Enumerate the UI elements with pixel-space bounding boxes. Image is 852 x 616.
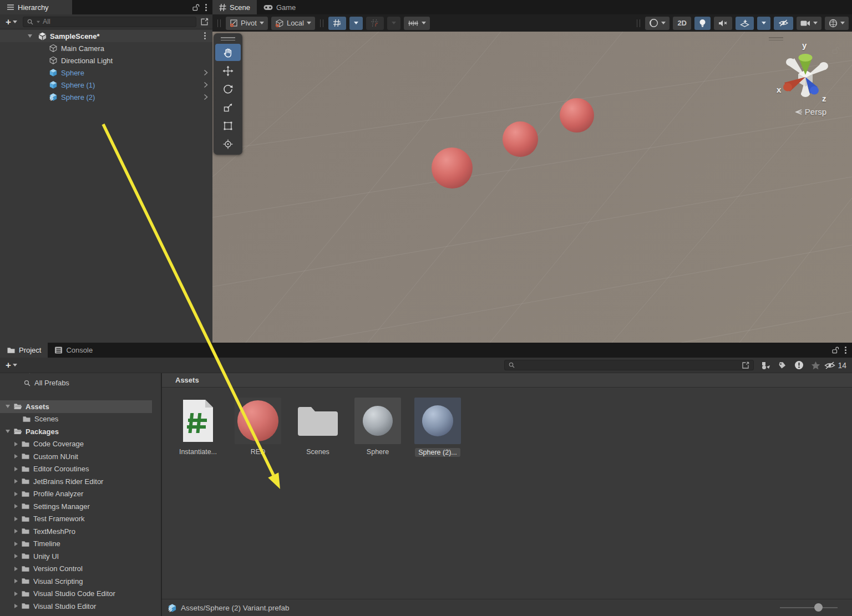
tree-item-jetbrains-rider-editor[interactable]: JetBrains Rider Editor (0, 475, 152, 488)
lighting-toggle[interactable] (694, 17, 711, 30)
foldout-closed-icon[interactable] (14, 442, 18, 446)
foldout-closed-icon[interactable] (14, 517, 18, 521)
effects-toggle[interactable] (736, 17, 754, 30)
scene-object-sphere[interactable] (432, 147, 473, 189)
tree-item-unity-ui[interactable]: Unity UI (0, 550, 152, 563)
foldout-closed-icon[interactable] (14, 567, 18, 571)
open-search-window-icon[interactable] (741, 361, 750, 370)
hierarchy-item-sphere-2[interactable]: Sphere (2) (0, 91, 212, 103)
asset-sphere-2-variant[interactable]: Sphere (2)... (414, 398, 462, 457)
asset-instantiate-script[interactable]: Instantiate... (174, 398, 222, 456)
scene-viewport[interactable]: y x z Persp (212, 32, 852, 343)
project-search-input[interactable] (504, 360, 754, 370)
hand-tool-button[interactable] (215, 44, 241, 61)
foldout-open-icon[interactable] (28, 34, 32, 38)
filter-by-type-button[interactable] (757, 359, 774, 371)
scene-object-sphere-1[interactable] (503, 121, 538, 157)
tree-item-textmeshpro[interactable]: TextMeshPro (0, 525, 152, 538)
tree-item-test-framework[interactable]: Test Framework (0, 513, 152, 526)
foldout-closed-icon[interactable] (14, 579, 18, 583)
tab-scene[interactable]: Scene (212, 0, 257, 14)
hierarchy-item-main-camera[interactable]: Main Camera (0, 42, 212, 54)
tree-item-custom-nunit[interactable]: Custom NUnit (0, 450, 152, 463)
assets-breadcrumb[interactable]: Assets (162, 373, 852, 388)
tree-item-version-control[interactable]: Version Control (0, 563, 152, 576)
grid-snap-dropdown[interactable] (349, 17, 363, 30)
camera-dropdown[interactable] (797, 17, 821, 30)
gizmos-dropdown[interactable] (825, 17, 849, 30)
2d-toggle[interactable]: 2D (673, 17, 691, 30)
chevron-right-icon[interactable] (204, 82, 208, 88)
tab-hierarchy[interactable]: Hierarchy (0, 0, 72, 14)
hierarchy-item-sphere[interactable]: Sphere (0, 67, 212, 79)
asset-scenes-folder[interactable]: Scenes (294, 398, 342, 456)
foldout-closed-icon[interactable] (14, 604, 18, 608)
log-filter-button[interactable] (790, 359, 807, 371)
tree-item-packages[interactable]: Packages (0, 425, 152, 438)
snap-dropdown[interactable] (387, 17, 400, 30)
tree-item-timeline[interactable]: Timeline (0, 538, 152, 551)
tree-item-visual-studio-code-editor[interactable]: Visual Studio Code Editor (0, 588, 152, 600)
tab-game[interactable]: Game (257, 0, 302, 14)
chevron-right-icon[interactable] (204, 69, 208, 76)
lock-icon[interactable] (831, 346, 839, 354)
foldout-closed-icon[interactable] (14, 542, 18, 546)
perspective-toggle[interactable]: Persp (795, 107, 826, 116)
scene-header-row[interactable]: SampleScene* (0, 30, 212, 42)
kebab-menu-icon[interactable] (845, 347, 846, 354)
tree-item-visual-scripting[interactable]: Visual Scripting (0, 575, 152, 588)
kebab-menu-icon[interactable] (205, 4, 207, 11)
axis-y-label[interactable]: y (802, 40, 807, 50)
chevron-right-icon[interactable] (204, 94, 208, 100)
favorites-button[interactable] (807, 359, 824, 371)
tab-project[interactable]: Project (0, 343, 48, 358)
audio-toggle[interactable] (714, 17, 732, 30)
filter-by-label-button[interactable] (774, 359, 790, 371)
tree-item-scenes[interactable]: Scenes (0, 413, 152, 426)
tree-item-profile-analyzer[interactable]: Profile Analyzer (0, 488, 152, 501)
grid-snap-toggle[interactable] (328, 17, 346, 30)
increment-snap-dropdown[interactable] (404, 17, 430, 30)
thumbnail-zoom-slider[interactable] (780, 603, 838, 612)
rect-tool-button[interactable] (215, 117, 241, 134)
shading-mode-dropdown[interactable] (645, 17, 670, 30)
foldout-closed-icon[interactable] (14, 479, 18, 483)
asset-sphere-prefab[interactable]: Sphere (354, 398, 402, 456)
scene-visibility-toggle[interactable] (774, 17, 793, 30)
tree-item-visual-studio-editor[interactable]: Visual Studio Editor (0, 600, 152, 613)
foldout-closed-icon[interactable] (14, 554, 18, 558)
tab-console[interactable]: Console (48, 343, 99, 358)
foldout-closed-icon[interactable] (14, 592, 18, 596)
scene-object-sphere-2[interactable] (560, 98, 594, 133)
foldout-closed-icon[interactable] (14, 454, 18, 459)
kebab-menu-icon[interactable] (204, 32, 206, 39)
favorite-all-prefabs[interactable]: All Prefabs (0, 377, 152, 390)
rotate-tool-button[interactable] (215, 80, 241, 98)
snap-toggle[interactable] (366, 17, 384, 30)
create-button[interactable]: + (3, 360, 19, 370)
foldout-closed-icon[interactable] (14, 504, 18, 508)
foldout-open-icon[interactable] (6, 430, 10, 433)
hierarchy-item-sphere-1[interactable]: Sphere (1) (0, 79, 212, 91)
scale-tool-button[interactable] (215, 99, 241, 116)
tree-item-code-coverage[interactable]: Code Coverage (0, 438, 152, 451)
slider-thumb[interactable] (814, 603, 823, 612)
create-button[interactable]: + (3, 17, 19, 27)
tree-item-settings-manager[interactable]: Settings Manager (0, 500, 152, 513)
transform-tool-button[interactable] (215, 135, 241, 152)
local-dropdown[interactable]: Local (271, 17, 315, 30)
asset-red-material[interactable]: RED (234, 398, 282, 456)
move-tool-button[interactable] (215, 62, 241, 79)
overlay-drag-handle[interactable] (215, 35, 241, 43)
scene-orientation-gizmo[interactable]: y x z (771, 40, 840, 114)
axis-z-label[interactable]: z (822, 94, 826, 103)
foldout-closed-icon[interactable] (14, 492, 18, 496)
hierarchy-item-directional-light[interactable]: Directional Light (0, 54, 212, 67)
tree-item-editor-coroutines[interactable]: Editor Coroutines (0, 463, 152, 476)
foldout-closed-icon[interactable] (14, 529, 18, 533)
tree-item-assets[interactable]: Assets (0, 400, 152, 413)
hierarchy-search-input[interactable]: All (23, 17, 196, 27)
pivot-dropdown[interactable]: Pivot (226, 17, 268, 30)
foldout-closed-icon[interactable] (14, 467, 18, 471)
axis-x-label[interactable]: x (777, 85, 781, 94)
